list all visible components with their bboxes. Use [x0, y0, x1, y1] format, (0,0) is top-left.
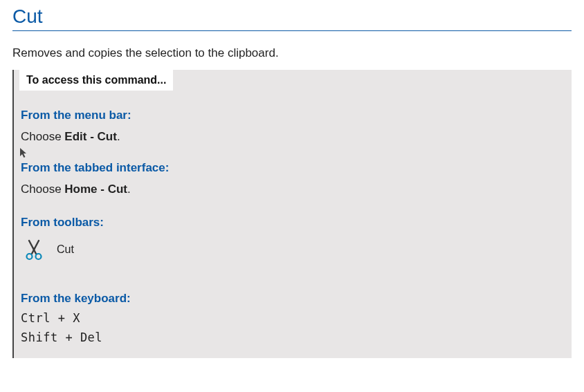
- menu-bar-prefix: Choose: [21, 130, 64, 143]
- svg-point-2: [27, 254, 33, 259]
- tabbed-interface-text: Choose Home - Cut.: [21, 180, 565, 198]
- cursor-icon: [19, 147, 26, 157]
- tabbed-interface-section: From the tabbed interface: Choose Home -…: [14, 161, 572, 198]
- svg-point-3: [36, 254, 42, 259]
- keyboard-section: From the keyboard: Ctrl + X Shift + Del: [14, 292, 572, 344]
- toolbar-icon-label: Cut: [57, 243, 74, 256]
- menu-bar-heading: From the menu bar:: [21, 109, 565, 122]
- tabbed-interface-suffix: .: [127, 183, 131, 196]
- toolbars-heading: From toolbars:: [21, 216, 565, 230]
- scissors-icon: [21, 236, 47, 263]
- keyboard-heading: From the keyboard:: [21, 292, 565, 306]
- access-command-box: To access this command... From the menu …: [12, 70, 572, 358]
- access-tab-label: To access this command...: [19, 70, 173, 91]
- tabbed-interface-bold: Home - Cut: [64, 183, 127, 196]
- menu-bar-bold: Edit - Cut: [64, 130, 117, 143]
- page-title: Cut: [12, 6, 572, 31]
- svg-point-4: [33, 248, 35, 250]
- keyboard-shortcut-2: Shift + Del: [21, 330, 565, 344]
- tabbed-interface-heading: From the tabbed interface:: [21, 161, 565, 175]
- tabbed-interface-prefix: Choose: [21, 183, 64, 196]
- toolbars-section: From toolbars: Cut: [14, 216, 572, 263]
- menu-bar-suffix: .: [117, 130, 120, 143]
- keyboard-shortcut-1: Ctrl + X: [21, 311, 565, 325]
- menu-bar-text: Choose Edit - Cut.: [21, 128, 565, 146]
- toolbar-row: Cut: [21, 236, 565, 263]
- menu-bar-section: From the menu bar: Choose Edit - Cut.: [14, 109, 572, 157]
- description-text: Removes and copies the selection to the …: [12, 46, 572, 60]
